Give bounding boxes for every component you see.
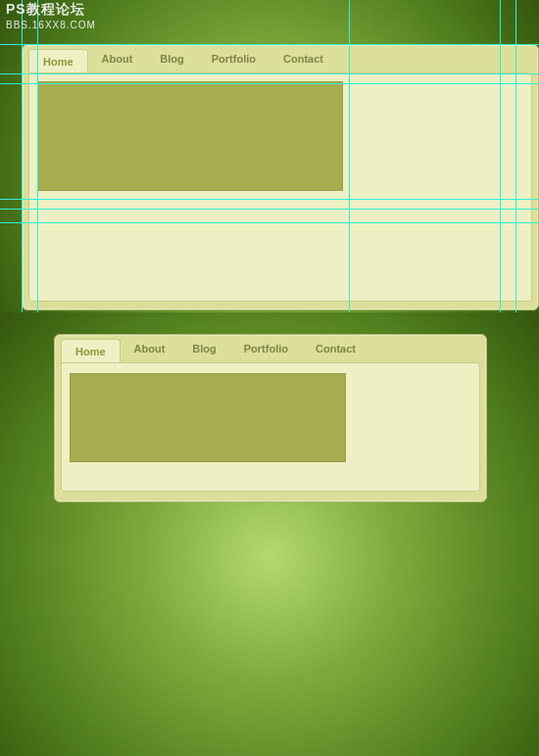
mockup-window-top: HomeAboutBlogPortfolioContact <box>22 44 539 310</box>
watermark: PS教程论坛 BBS.16XX8.COM <box>6 2 96 30</box>
mockup-window-bottom: HomeAboutBlogPortfolioContact <box>54 334 487 502</box>
nav-item-contact[interactable]: Contact <box>302 335 369 362</box>
top-preview: PS教程论坛 BBS.16XX8.COM HomeAboutBlogPortfo… <box>0 0 539 312</box>
nav-item-portfolio[interactable]: Portfolio <box>198 45 270 72</box>
content-area <box>28 72 532 302</box>
nav-item-home[interactable]: Home <box>61 339 121 362</box>
nav-bar: HomeAboutBlogPortfolioContact <box>55 335 486 362</box>
nav-bar: HomeAboutBlogPortfolioContact <box>23 45 538 72</box>
nav-item-blog[interactable]: Blog <box>178 335 229 362</box>
nav-item-about[interactable]: About <box>88 45 147 72</box>
nav-item-blog[interactable]: Blog <box>146 45 197 72</box>
featured-project-block <box>70 373 346 462</box>
featured-project-block <box>37 81 343 191</box>
watermark-sub: BBS.16XX8.COM <box>6 20 96 30</box>
nav-item-home[interactable]: Home <box>28 49 88 72</box>
bottom-preview: HomeAboutBlogPortfolioContact LAYERS CHA… <box>0 312 539 756</box>
watermark-title: PS教程论坛 <box>6 1 85 17</box>
nav-item-about[interactable]: About <box>121 335 179 362</box>
nav-item-portfolio[interactable]: Portfolio <box>230 335 302 362</box>
content-area <box>61 362 480 492</box>
nav-item-contact[interactable]: Contact <box>270 45 337 72</box>
